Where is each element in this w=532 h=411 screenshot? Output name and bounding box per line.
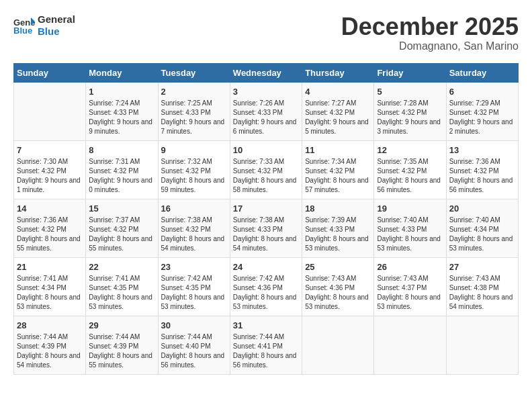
cell-info: Sunrise: 7:42 AMSunset: 4:36 PMDaylight:…	[233, 274, 299, 312]
day-number: 17	[233, 203, 299, 214]
cell-info: Sunrise: 7:43 AMSunset: 4:38 PMDaylight:…	[449, 274, 515, 312]
calendar-week-2: 7Sunrise: 7:30 AMSunset: 4:32 PMDaylight…	[14, 140, 519, 199]
day-number: 4	[305, 87, 371, 97]
day-number: 27	[449, 262, 515, 272]
svg-text:Blue: Blue	[13, 26, 32, 35]
cell-info: Sunrise: 7:26 AMSunset: 4:33 PMDaylight:…	[233, 99, 299, 136]
cell-info: Sunrise: 7:28 AMSunset: 4:32 PMDaylight:…	[377, 99, 443, 136]
day-number: 6	[449, 87, 515, 97]
calendar-cell: 21Sunrise: 7:41 AMSunset: 4:34 PMDayligh…	[14, 257, 86, 316]
cell-info: Sunrise: 7:40 AMSunset: 4:33 PMDaylight:…	[377, 216, 443, 253]
day-number: 15	[89, 203, 154, 214]
calendar-cell: 22Sunrise: 7:41 AMSunset: 4:35 PMDayligh…	[86, 257, 158, 316]
calendar-cell: 4Sunrise: 7:27 AMSunset: 4:32 PMDaylight…	[302, 82, 374, 140]
cell-info: Sunrise: 7:44 AMSunset: 4:41 PMDaylight:…	[233, 332, 299, 370]
title-block: December 2025 Domagnano, San Marino	[341, 13, 519, 52]
weekday-header-row: SundayMondayTuesdayWednesdayThursdayFrid…	[14, 63, 519, 82]
calendar-cell: 31Sunrise: 7:44 AMSunset: 4:41 PMDayligh…	[230, 316, 302, 374]
weekday-header-monday: Monday	[86, 63, 158, 82]
calendar-cell: 29Sunrise: 7:44 AMSunset: 4:39 PMDayligh…	[86, 316, 158, 374]
calendar-week-4: 21Sunrise: 7:41 AMSunset: 4:34 PMDayligh…	[14, 257, 519, 316]
cell-info: Sunrise: 7:41 AMSunset: 4:35 PMDaylight:…	[89, 274, 154, 312]
cell-info: Sunrise: 7:44 AMSunset: 4:40 PMDaylight:…	[161, 332, 227, 370]
calendar-cell: 26Sunrise: 7:43 AMSunset: 4:37 PMDayligh…	[374, 257, 446, 316]
cell-info: Sunrise: 7:30 AMSunset: 4:32 PMDaylight:…	[17, 157, 83, 195]
calendar-cell: 5Sunrise: 7:28 AMSunset: 4:32 PMDaylight…	[374, 82, 446, 140]
calendar-week-5: 28Sunrise: 7:44 AMSunset: 4:39 PMDayligh…	[14, 316, 519, 374]
calendar-cell	[302, 316, 374, 374]
day-number: 14	[17, 203, 83, 214]
calendar-cell: 19Sunrise: 7:40 AMSunset: 4:33 PMDayligh…	[374, 199, 446, 257]
calendar-week-1: 1Sunrise: 7:24 AMSunset: 4:33 PMDaylight…	[14, 82, 519, 140]
day-number: 13	[449, 145, 515, 155]
calendar-cell: 3Sunrise: 7:26 AMSunset: 4:33 PMDaylight…	[230, 82, 302, 140]
calendar-cell: 30Sunrise: 7:44 AMSunset: 4:40 PMDayligh…	[158, 316, 230, 374]
location: Domagnano, San Marino	[341, 40, 519, 52]
weekday-header-tuesday: Tuesday	[158, 63, 230, 82]
month-title: December 2025	[341, 13, 519, 40]
cell-info: Sunrise: 7:32 AMSunset: 4:32 PMDaylight:…	[161, 157, 227, 195]
calendar-cell: 1Sunrise: 7:24 AMSunset: 4:33 PMDaylight…	[86, 82, 158, 140]
logo: General Blue GeneralBlue	[13, 13, 75, 38]
calendar-week-3: 14Sunrise: 7:36 AMSunset: 4:32 PMDayligh…	[14, 199, 519, 257]
calendar-cell: 23Sunrise: 7:42 AMSunset: 4:35 PMDayligh…	[158, 257, 230, 316]
day-number: 2	[161, 87, 227, 97]
day-number: 10	[233, 145, 299, 155]
calendar-cell: 27Sunrise: 7:43 AMSunset: 4:38 PMDayligh…	[446, 257, 518, 316]
cell-info: Sunrise: 7:39 AMSunset: 4:33 PMDaylight:…	[305, 216, 371, 253]
cell-info: Sunrise: 7:42 AMSunset: 4:35 PMDaylight:…	[161, 274, 227, 312]
cell-info: Sunrise: 7:41 AMSunset: 4:34 PMDaylight:…	[17, 274, 83, 312]
calendar-cell: 11Sunrise: 7:34 AMSunset: 4:32 PMDayligh…	[302, 140, 374, 199]
day-number: 8	[89, 145, 154, 155]
calendar-cell: 18Sunrise: 7:39 AMSunset: 4:33 PMDayligh…	[302, 199, 374, 257]
day-number: 28	[17, 320, 83, 330]
calendar-cell: 9Sunrise: 7:32 AMSunset: 4:32 PMDaylight…	[158, 140, 230, 199]
calendar-cell: 13Sunrise: 7:36 AMSunset: 4:32 PMDayligh…	[446, 140, 518, 199]
day-number: 18	[305, 203, 371, 214]
day-number: 21	[17, 262, 83, 272]
cell-info: Sunrise: 7:33 AMSunset: 4:32 PMDaylight:…	[233, 157, 299, 195]
cell-info: Sunrise: 7:36 AMSunset: 4:32 PMDaylight:…	[17, 216, 83, 253]
day-number: 19	[377, 203, 443, 214]
cell-info: Sunrise: 7:36 AMSunset: 4:32 PMDaylight:…	[449, 157, 515, 195]
calendar-cell: 24Sunrise: 7:42 AMSunset: 4:36 PMDayligh…	[230, 257, 302, 316]
cell-info: Sunrise: 7:38 AMSunset: 4:33 PMDaylight:…	[233, 216, 299, 253]
weekday-header-saturday: Saturday	[446, 63, 518, 82]
calendar-cell	[14, 82, 86, 140]
cell-info: Sunrise: 7:43 AMSunset: 4:36 PMDaylight:…	[305, 274, 371, 312]
weekday-header-friday: Friday	[374, 63, 446, 82]
weekday-header-sunday: Sunday	[14, 63, 86, 82]
logo-icon: General Blue	[13, 16, 35, 35]
calendar-cell: 25Sunrise: 7:43 AMSunset: 4:36 PMDayligh…	[302, 257, 374, 316]
day-number: 5	[377, 87, 443, 97]
calendar-cell	[374, 316, 446, 374]
calendar-cell: 28Sunrise: 7:44 AMSunset: 4:39 PMDayligh…	[14, 316, 86, 374]
day-number: 30	[161, 320, 227, 330]
day-number: 29	[89, 320, 154, 330]
day-number: 23	[161, 262, 227, 272]
day-number: 16	[161, 203, 227, 214]
calendar-cell: 12Sunrise: 7:35 AMSunset: 4:32 PMDayligh…	[374, 140, 446, 199]
calendar-cell: 17Sunrise: 7:38 AMSunset: 4:33 PMDayligh…	[230, 199, 302, 257]
logo-text: GeneralBlue	[38, 13, 75, 38]
calendar-cell: 6Sunrise: 7:29 AMSunset: 4:32 PMDaylight…	[446, 82, 518, 140]
day-number: 7	[17, 145, 83, 155]
day-number: 20	[449, 203, 515, 214]
page-header: General Blue GeneralBlue December 2025 D…	[13, 13, 519, 52]
day-number: 25	[305, 262, 371, 272]
cell-info: Sunrise: 7:44 AMSunset: 4:39 PMDaylight:…	[17, 332, 83, 370]
cell-info: Sunrise: 7:27 AMSunset: 4:32 PMDaylight:…	[305, 99, 371, 136]
day-number: 3	[233, 87, 299, 97]
cell-info: Sunrise: 7:34 AMSunset: 4:32 PMDaylight:…	[305, 157, 371, 195]
day-number: 11	[305, 145, 371, 155]
calendar-cell: 14Sunrise: 7:36 AMSunset: 4:32 PMDayligh…	[14, 199, 86, 257]
day-number: 24	[233, 262, 299, 272]
cell-info: Sunrise: 7:40 AMSunset: 4:34 PMDaylight:…	[449, 216, 515, 253]
calendar-cell: 7Sunrise: 7:30 AMSunset: 4:32 PMDaylight…	[14, 140, 86, 199]
cell-info: Sunrise: 7:37 AMSunset: 4:32 PMDaylight:…	[89, 216, 154, 253]
calendar-cell	[446, 316, 518, 374]
weekday-header-thursday: Thursday	[302, 63, 374, 82]
calendar-cell: 20Sunrise: 7:40 AMSunset: 4:34 PMDayligh…	[446, 199, 518, 257]
calendar-cell: 8Sunrise: 7:31 AMSunset: 4:32 PMDaylight…	[86, 140, 158, 199]
day-number: 9	[161, 145, 227, 155]
